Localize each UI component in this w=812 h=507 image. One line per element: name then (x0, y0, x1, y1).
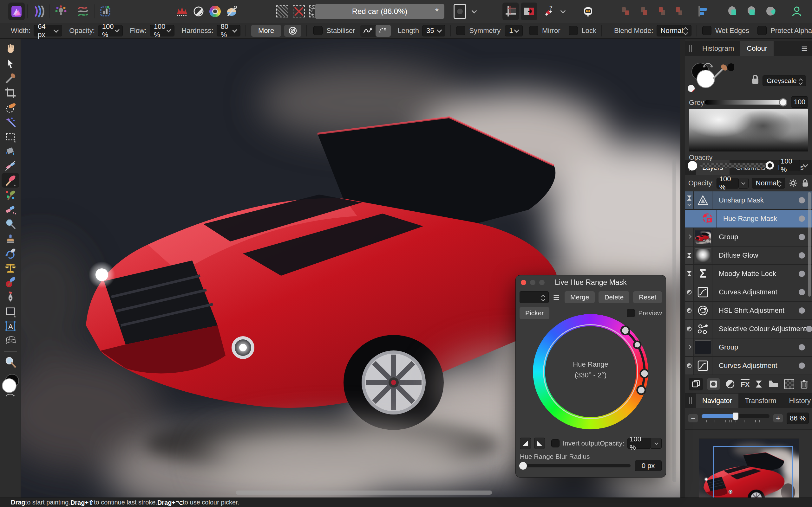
dialog-titlebar[interactable]: Live Hue Range Mask (516, 275, 666, 289)
alignment-button[interactable] (695, 3, 711, 20)
export-persona-button[interactable] (97, 3, 113, 20)
layers-opacity-field[interactable]: 100 % (716, 178, 739, 188)
mask-op-subtract-button[interactable] (763, 3, 779, 20)
layer-effects-fx-icon[interactable]: FX (741, 379, 750, 389)
zoom-slider-track[interactable] (702, 414, 769, 418)
zoom-slider-handle[interactable] (733, 412, 739, 420)
colour-opacity-dropdown[interactable] (801, 160, 809, 171)
hue-range-mask-dialog[interactable]: Live Hue Range Mask ≡ Merge Delete Reset… (515, 275, 666, 477)
tab-transform[interactable]: Transform (739, 394, 782, 408)
blur-radius-value[interactable]: 0 px (635, 460, 662, 471)
hue-wheel[interactable]: Hue Range (330° - 2°) (533, 314, 648, 429)
tone-mapping-persona-button[interactable] (75, 3, 91, 20)
preset-menu-icon[interactable]: ≡ (553, 292, 560, 302)
auto-white-balance-button[interactable] (223, 3, 240, 20)
panel-grip[interactable] (689, 397, 692, 404)
layer-visibility-toggle[interactable] (806, 326, 812, 332)
zoom-value-field[interactable]: 86 % (786, 412, 809, 424)
layer-visibility-toggle[interactable] (799, 234, 805, 240)
greyscale-picker-box[interactable] (689, 109, 808, 152)
zoom-in-button[interactable]: + (773, 414, 783, 422)
account-button[interactable] (789, 3, 805, 20)
symmetry-checkbox[interactable] (456, 26, 465, 35)
more-button[interactable]: More (251, 25, 281, 37)
grey-slider[interactable] (705, 100, 786, 105)
mask-op-intersect-button[interactable] (744, 3, 760, 20)
symmetry-count-combo[interactable]: 1 (505, 25, 523, 37)
liquify-persona-button[interactable] (31, 3, 47, 20)
dialog-opacity-field[interactable]: 100 % (627, 438, 651, 449)
tab-colour[interactable]: Colour (740, 41, 774, 56)
delete-layer-trash-icon[interactable] (800, 379, 808, 389)
merge-button[interactable]: Merge (565, 291, 595, 303)
tab-stock[interactable]: Stock (810, 160, 812, 175)
layers-opacity-dropdown[interactable] (739, 178, 749, 188)
adjustment-layer-icon[interactable] (725, 379, 735, 389)
layers-blend-select[interactable]: Normal (752, 178, 785, 188)
layer-row[interactable]: Diffuse Glow (685, 246, 812, 265)
layer-visibility-toggle[interactable] (799, 197, 805, 204)
zoom-window-icon[interactable] (539, 280, 545, 285)
length-combo[interactable]: 35 (422, 25, 445, 37)
colour-opacity-handle[interactable] (766, 161, 774, 170)
blur-radius-slider[interactable] (520, 464, 630, 467)
colour-picker-icon[interactable] (712, 63, 734, 80)
colour-opacity-value[interactable]: 100 % (779, 160, 800, 171)
wet-edges-checkbox[interactable] (702, 26, 711, 35)
no-colour-swatch[interactable] (688, 85, 695, 92)
undo-brush-tool[interactable] (2, 246, 19, 261)
pen-tool[interactable] (2, 290, 19, 304)
opacity-combo[interactable]: 100 % (98, 25, 123, 37)
arrange-forward-button[interactable] (653, 3, 670, 20)
flood-fill-tool[interactable] (2, 144, 19, 158)
flood-select-tool[interactable] (2, 115, 19, 129)
view-mode-dropdown[interactable] (468, 3, 480, 20)
brush-nozzle-button[interactable] (284, 25, 301, 37)
add-pixel-layer-icon[interactable] (784, 379, 794, 389)
dialog-opacity-dropdown[interactable] (651, 438, 662, 449)
text-tool[interactable]: A (2, 319, 19, 333)
inpainting-brush-tool[interactable] (2, 275, 19, 290)
canvas-horizontal-scrollbar[interactable] (236, 491, 492, 495)
close-icon[interactable] (521, 280, 526, 285)
layer-visibility-toggle[interactable] (799, 362, 805, 369)
photo-persona-button[interactable] (8, 3, 25, 20)
stabiliser-checkbox[interactable] (313, 26, 322, 35)
clone-brush-tool[interactable] (2, 231, 19, 246)
colour-opacity-slider[interactable] (700, 163, 774, 168)
layer-visibility-toggle[interactable] (799, 216, 805, 222)
layer-visibility-toggle[interactable] (799, 289, 805, 295)
reset-button[interactable]: Reset (633, 291, 662, 303)
blur-radius-handle[interactable] (519, 462, 527, 469)
lock-checkbox[interactable] (569, 26, 578, 35)
view-tool[interactable] (2, 42, 19, 56)
expand-chevron-icon[interactable] (687, 345, 692, 349)
ramp-down-button[interactable] (534, 438, 545, 449)
colour-mode-select[interactable]: Greyscale (763, 75, 806, 86)
zoom-tool[interactable] (2, 355, 19, 370)
layer-visibility-toggle[interactable] (799, 252, 805, 259)
lock-icon[interactable] (751, 74, 759, 85)
erase-brush-tool[interactable] (2, 202, 19, 217)
navigator-thumbnail[interactable] (699, 439, 799, 507)
zoom-out-button[interactable]: − (688, 414, 698, 422)
canvas-vertical-scrollbar[interactable] (672, 159, 676, 482)
colour-swatches[interactable] (1, 374, 20, 397)
arrange-backward-button[interactable] (636, 3, 652, 20)
paint-brush-tool[interactable] (2, 173, 19, 187)
layer-row[interactable]: Selective Colour Adjustment (685, 320, 812, 338)
invert-output-checkbox[interactable] (551, 439, 560, 447)
layer-row[interactable]: Curves Adjustment (685, 283, 812, 302)
mirror-checkbox[interactable] (529, 26, 538, 35)
layer-row[interactable]: Σ Moody Matte Look (685, 265, 812, 283)
flow-combo[interactable]: 100 % (150, 25, 174, 37)
marquee-tool[interactable] (2, 129, 19, 144)
assistant-button[interactable] (580, 3, 596, 20)
layers-scrollbar[interactable] (808, 192, 811, 297)
develop-persona-button[interactable] (53, 3, 69, 20)
auto-contrast-button[interactable] (190, 3, 207, 20)
arrange-to-back-button[interactable] (618, 3, 635, 20)
layer-row[interactable]: Curves Adjustment (685, 357, 812, 375)
window-stabiliser-button[interactable] (375, 25, 391, 37)
layer-settings-gear-icon[interactable] (789, 178, 798, 188)
